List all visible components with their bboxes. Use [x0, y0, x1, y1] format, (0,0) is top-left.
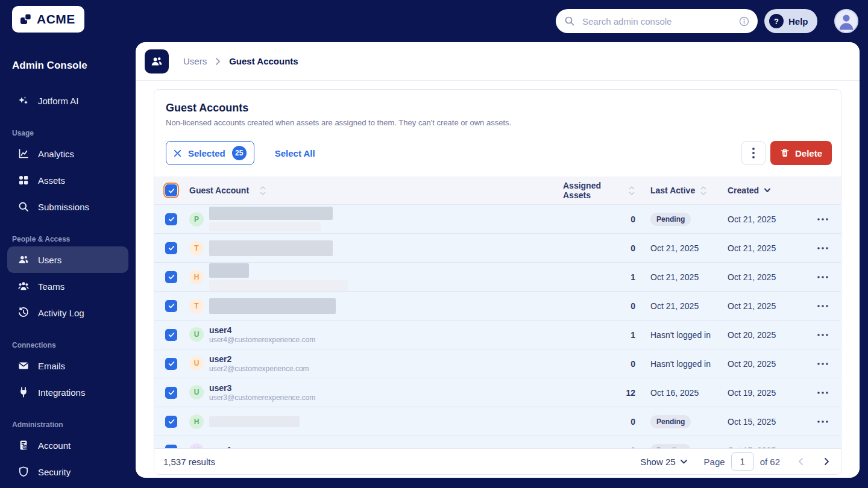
sidebar-section-label: Usage [12, 129, 128, 139]
sort-desc-icon[interactable] [764, 188, 771, 193]
help-button[interactable]: ? Help [764, 9, 817, 33]
avatar: U [189, 356, 204, 371]
sidebar-item-label: Emails [38, 361, 65, 371]
page-of-label: of 62 [760, 457, 780, 467]
search-input[interactable] [581, 16, 733, 27]
previous-page-button[interactable] [796, 455, 806, 468]
row-actions-button[interactable] [814, 388, 832, 398]
chevron-down-icon [681, 460, 687, 464]
assets-icon [17, 174, 30, 186]
column-header-assigned-assets[interactable]: Assigned Assets [563, 181, 623, 200]
row-checkbox[interactable] [165, 387, 177, 399]
assigned-assets-count: 0 [563, 214, 635, 224]
user-avatar[interactable] [834, 9, 858, 33]
delete-label: Delete [795, 148, 822, 158]
sidebar-item-account[interactable]: $Account [7, 432, 128, 458]
guest-name: user3 [209, 383, 315, 393]
row-checkbox[interactable] [165, 213, 177, 225]
close-icon [174, 149, 181, 157]
users-icon [17, 254, 30, 266]
sort-icon[interactable] [259, 186, 266, 196]
table-row: Uuser3user3@customerexperience.com12Oct … [154, 378, 841, 407]
avatar: T [189, 241, 204, 255]
app-title: Admin Console [12, 60, 87, 72]
selected-label: Selected [188, 148, 225, 158]
table-row: T0Oct 21, 2025Oct 21, 2025 [154, 292, 841, 321]
users-section-icon [145, 49, 169, 74]
results-count: 1,537 results [163, 457, 215, 467]
last-active-text: Hasn't logged in [650, 359, 711, 369]
sidebar-item-activity-log[interactable]: Activity Log [7, 299, 128, 326]
select-all-checkbox[interactable] [165, 184, 177, 196]
sidebar-item-users[interactable]: Users [7, 246, 128, 273]
activity-log-icon [17, 307, 30, 319]
emails-icon [17, 360, 30, 372]
next-page-button[interactable] [822, 455, 832, 468]
delete-button[interactable]: Delete [770, 141, 832, 165]
show-per-page-dropdown[interactable]: Show 25 [640, 457, 687, 467]
account-icon: $ [17, 439, 30, 451]
sidebar-item-teams[interactable]: Teams [7, 273, 128, 299]
sidebar-item-label: Activity Log [38, 308, 84, 318]
table-body: P0PendingOct 21, 2025T0Oct 21, 2025Oct 2… [154, 205, 841, 448]
security-icon [17, 466, 30, 478]
page-number-input[interactable] [731, 452, 754, 471]
avatar: H [189, 270, 204, 284]
sidebar-item-label: Account [38, 440, 71, 451]
avatar: P [189, 212, 204, 227]
sidebar-item-label: Submissions [38, 202, 89, 212]
sort-icon[interactable] [628, 186, 635, 196]
row-checkbox[interactable] [165, 329, 177, 341]
sidebar-item-label: Teams [38, 281, 64, 292]
row-checkbox[interactable] [165, 271, 177, 283]
sidebar-item-label: Analytics [38, 149, 74, 159]
row-actions-button[interactable] [814, 272, 832, 282]
table-row: T0Oct 21, 2025Oct 21, 2025 [154, 234, 841, 263]
breadcrumb-users-link[interactable]: Users [183, 56, 207, 66]
sort-icon[interactable] [700, 186, 707, 196]
guest-email: user3@customerexperience.com [209, 393, 315, 402]
row-actions-button[interactable] [814, 243, 832, 253]
assigned-assets-count: 0 [563, 243, 635, 253]
guest-email: user2@customexperience.com [209, 364, 309, 373]
selected-count-badge: 25 [232, 146, 247, 160]
created-date: Oct 15, 2025 [728, 417, 805, 427]
guest-name: user4 [209, 325, 315, 335]
row-checkbox[interactable] [165, 416, 177, 428]
last-active-text: Oct 21, 2025 [650, 272, 699, 282]
row-actions-button[interactable] [814, 359, 832, 369]
status-badge: Pending [650, 444, 691, 449]
row-checkbox[interactable] [165, 242, 177, 254]
select-all-button[interactable]: Select All [271, 148, 319, 159]
admin-console-app: ACME Admin Console Jotform AIUsageAnalyt… [0, 0, 868, 488]
sidebar-item-jotform-ai[interactable]: Jotform AI [7, 87, 128, 114]
submissions-icon [17, 201, 30, 213]
row-actions-button[interactable] [814, 417, 832, 427]
sidebar-item-analytics[interactable]: Analytics [7, 140, 128, 167]
row-checkbox[interactable] [165, 358, 177, 370]
row-checkbox[interactable] [165, 300, 177, 312]
acme-logo[interactable]: ACME [12, 6, 84, 33]
sidebar-item-integrations[interactable]: Integrations [7, 379, 128, 405]
column-header-last-active[interactable]: Last Active [650, 186, 695, 195]
row-actions-button[interactable] [814, 214, 832, 224]
more-options-button[interactable] [741, 141, 766, 165]
clear-selection-button[interactable]: Selected 25 [166, 141, 254, 165]
column-header-created[interactable]: Created [728, 186, 759, 195]
sidebar-item-emails[interactable]: Emails [7, 352, 128, 379]
row-actions-button[interactable] [814, 330, 832, 340]
sidebar-item-label: Security [38, 467, 71, 477]
sidebar: ACME Admin Console Jotform AIUsageAnalyt… [0, 0, 136, 488]
help-label: Help [788, 16, 808, 27]
row-actions-button[interactable] [814, 301, 832, 311]
sidebar-item-assets[interactable]: Assets [7, 167, 128, 193]
column-header-guest-account[interactable]: Guest Account [189, 186, 249, 195]
main-panel: Users Guest Accounts Guest Accounts Non-… [136, 42, 860, 478]
sidebar-item-submissions[interactable]: Submissions [7, 193, 128, 220]
sidebar-section-label: Administration [12, 421, 128, 430]
sidebar-item-security[interactable]: Security [7, 458, 128, 485]
breadcrumb-current: Guest Accounts [229, 56, 298, 66]
bulk-actions-toolbar: Selected 25 Select All Delete [166, 141, 832, 165]
admin-search[interactable] [556, 9, 758, 33]
info-icon[interactable] [739, 16, 749, 27]
